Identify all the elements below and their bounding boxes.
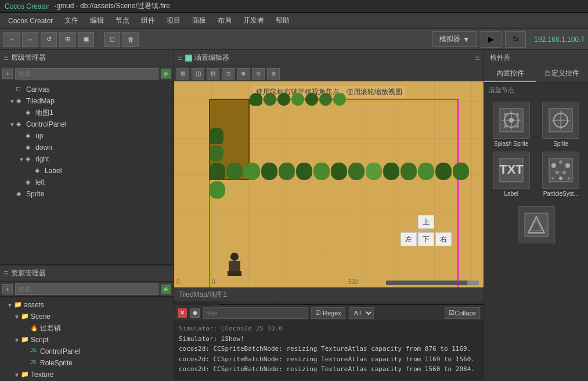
hierarchy-search[interactable] bbox=[15, 68, 158, 80]
menu-node[interactable]: 节点 bbox=[110, 13, 135, 28]
scene-tool-4[interactable]: ◷ bbox=[222, 68, 235, 80]
scene-tool-6[interactable]: ⊙ bbox=[252, 68, 265, 80]
left-icon: ◈ bbox=[26, 178, 34, 186]
menu-edit[interactable]: 编辑 bbox=[84, 13, 110, 28]
scene-file-icon: 🔥 bbox=[30, 324, 38, 332]
scrollbar-h[interactable] bbox=[386, 281, 479, 285]
tree bbox=[453, 163, 469, 180]
svg-point-5 bbox=[504, 113, 507, 116]
app-name: Cocos Creator bbox=[5, 2, 49, 10]
assets-label: assets bbox=[24, 301, 44, 309]
tree-label-map1: 地图1 bbox=[35, 108, 53, 118]
scene-tool-5[interactable]: ⊕ bbox=[237, 68, 250, 80]
scene-tool-2[interactable]: ◫ bbox=[192, 68, 204, 80]
scene-status-text: TiledMap/地图1 bbox=[179, 290, 227, 300]
tree-item-controlpanel[interactable]: ▼ ◈ ControlPanel bbox=[0, 118, 174, 130]
console-collapse-button[interactable]: ☑ Collaps bbox=[445, 307, 480, 319]
assets-label: Scene bbox=[31, 312, 50, 321]
delete-button[interactable]: 🗑 bbox=[122, 32, 139, 47]
console-record-button[interactable]: ⏺ bbox=[190, 308, 200, 318]
menu-developer[interactable]: 开发者 bbox=[237, 13, 270, 28]
tiledmap-icon: ◈ bbox=[16, 97, 24, 105]
move-tool-button[interactable]: ↔ bbox=[22, 32, 38, 47]
tree-label-down: down bbox=[35, 143, 52, 152]
add-node-button[interactable]: ＋ bbox=[3, 32, 20, 47]
menu-file[interactable]: 文件 bbox=[59, 13, 84, 28]
console-line-1: Simulator: iShow! bbox=[179, 334, 479, 344]
inspector-title: 检件库 bbox=[490, 53, 511, 63]
component-particle[interactable]: ParticleSyst... bbox=[539, 152, 584, 197]
tab-custom-components[interactable]: 自定义控件 bbox=[536, 66, 589, 82]
sprite-component-label: Sprite bbox=[553, 141, 568, 147]
assets-add-button[interactable]: ＋ bbox=[2, 284, 13, 294]
hierarchy-panel: ☰ 层级管理器 ＋ ⊕ □ Canvas ▼ bbox=[0, 50, 174, 265]
select-button[interactable]: ◻ bbox=[104, 32, 120, 47]
tree-item-up[interactable]: ◈ up bbox=[0, 130, 174, 142]
particle-component-label: ParticleSyst... bbox=[543, 190, 579, 197]
tree-item-left[interactable]: ◈ left bbox=[0, 177, 174, 188]
assets-item-gujunzhen[interactable]: 🔥 过君镇 bbox=[0, 322, 174, 334]
tree-item-map1[interactable]: ◈ 地图1 bbox=[0, 107, 174, 118]
assets-item-texture-folder[interactable]: ▼ 📁 Texture bbox=[0, 369, 174, 380]
assets-item-scene-folder[interactable]: ▼ 📁 Scene bbox=[0, 311, 174, 322]
js-file-icon: JS bbox=[30, 347, 38, 355]
menu-help[interactable]: 帮助 bbox=[270, 13, 295, 28]
component-extra[interactable] bbox=[518, 206, 555, 243]
up-ui-button[interactable]: 上 bbox=[418, 215, 434, 229]
scene-tool-3[interactable]: ⊟ bbox=[207, 68, 219, 80]
down-ui-button[interactable]: 下 bbox=[418, 232, 434, 246]
scene-tool-7[interactable]: ⊛ bbox=[267, 68, 280, 80]
menu-cococreator[interactable]: Cocos Creator bbox=[2, 15, 59, 27]
assets-item-controlpanel-js[interactable]: JS ControlPanel bbox=[0, 346, 174, 357]
simulator-dropdown[interactable]: 模拟器 ▼ bbox=[432, 31, 477, 47]
regex-checkbox: ☑ bbox=[315, 309, 321, 317]
assets-search[interactable] bbox=[15, 283, 158, 295]
console-toolbar: ✕ ⏺ ☑ Regex All ☑ Collaps bbox=[174, 305, 484, 321]
assets-panel: ☰ 资源管理器 ＋ ⊕ ▼ 📁 assets ▼ bbox=[0, 265, 174, 381]
assets-item-assets[interactable]: ▼ 📁 assets bbox=[0, 299, 174, 311]
component-label[interactable]: TXT Label bbox=[489, 152, 534, 197]
refresh-button[interactable]: ↻ bbox=[505, 31, 526, 48]
canvas-icon: □ bbox=[16, 85, 24, 94]
main-area: ☰ 层级管理器 ＋ ⊕ □ Canvas ▼ bbox=[0, 50, 588, 381]
scene-canvas[interactable]: 使用鼠标右键平移视角焦点，使用滚轮缩放视图 bbox=[174, 81, 484, 287]
console-filter-input[interactable] bbox=[203, 307, 308, 319]
rect-tool-button[interactable]: ▣ bbox=[78, 32, 94, 47]
tree-item-tiledmap[interactable]: ▼ ◈ TiledMap bbox=[0, 95, 174, 107]
console-clear-button[interactable]: ✕ bbox=[178, 308, 187, 318]
component-sprite[interactable]: Sprite bbox=[539, 102, 584, 147]
console-line-2: cocos2d: CCSpriteBatchNode: resizing Tex… bbox=[179, 344, 479, 354]
component-splash-sprite[interactable]: Splash Sprite bbox=[489, 102, 534, 147]
tree-item-sprite[interactable]: ◈ Sprite bbox=[0, 188, 174, 200]
menu-component[interactable]: 组件 bbox=[135, 13, 161, 28]
tree-item-right[interactable]: ▼ ◈ right bbox=[0, 153, 174, 165]
svg-point-21 bbox=[559, 177, 562, 180]
tree-item-down[interactable]: ◈ down bbox=[0, 142, 174, 153]
rotate-tool-button[interactable]: ↺ bbox=[41, 32, 57, 47]
console-filter-select[interactable]: All bbox=[349, 307, 374, 319]
assets-link-button[interactable]: ⊕ bbox=[161, 284, 171, 294]
assets-item-script-folder[interactable]: ▼ 📁 Script bbox=[0, 334, 174, 346]
assets-tree: ▼ 📁 assets ▼ 📁 Scene 🔥 过君镇 bbox=[0, 297, 174, 381]
menu-panel[interactable]: 面板 bbox=[186, 13, 212, 28]
tab-builtin-components[interactable]: 内置控件 bbox=[484, 66, 536, 82]
menu-layout[interactable]: 布局 bbox=[212, 13, 237, 28]
assets-header: ☰ 资源管理器 bbox=[0, 265, 174, 282]
hierarchy-add-button[interactable]: ＋ bbox=[2, 69, 13, 79]
scale-tool-button[interactable]: ⊞ bbox=[59, 32, 75, 47]
hierarchy-link-button[interactable]: ⊕ bbox=[161, 69, 171, 79]
menu-project[interactable]: 项目 bbox=[161, 13, 186, 28]
play-button[interactable]: ▶ bbox=[481, 31, 502, 48]
down-icon: ◈ bbox=[26, 143, 34, 152]
left-ui-button[interactable]: 左 bbox=[401, 232, 417, 246]
scene-tool-1[interactable]: ⊞ bbox=[176, 68, 189, 80]
tree-item-label[interactable]: ◈ Label bbox=[0, 165, 174, 177]
console-regex-button[interactable]: ☑ Regex bbox=[311, 307, 345, 319]
trees-middle bbox=[209, 163, 476, 199]
right-ui-button[interactable]: 右 bbox=[435, 232, 452, 246]
tree-item-canvas[interactable]: □ Canvas bbox=[0, 84, 174, 95]
tree bbox=[279, 163, 295, 180]
assets-label: ControlPanel bbox=[40, 347, 80, 355]
coord-x2: 500 bbox=[348, 279, 358, 285]
assets-item-rolesprite-js[interactable]: JS RoleSprite bbox=[0, 357, 174, 369]
